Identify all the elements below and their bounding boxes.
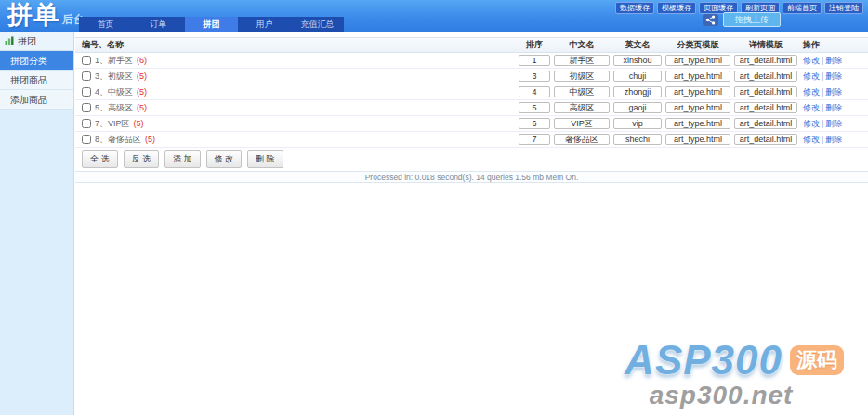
row-checkbox[interactable] [82, 87, 91, 97]
detail-template-input[interactable] [734, 55, 797, 66]
sidebar-item-add-goods[interactable]: 添加商品 [0, 90, 73, 110]
header-operations: 操作 [801, 39, 868, 51]
delete-link[interactable]: 删除 [825, 56, 842, 65]
category-template-input[interactable] [665, 86, 730, 97]
detail-template-input[interactable] [734, 102, 797, 113]
detail-template-input[interactable] [734, 134, 797, 145]
detail-template-input[interactable] [734, 71, 797, 82]
sidebar-item-group-category[interactable]: 拼团分类 [0, 51, 73, 71]
table-row: 7、VIP区 (5) 修改|删除 [75, 116, 868, 132]
en-name-input[interactable] [613, 86, 662, 97]
header-category-template: 分类页模版 [665, 39, 730, 51]
tab-home[interactable]: 首页 [79, 17, 132, 32]
category-template-input[interactable] [665, 118, 730, 129]
op-separator: | [822, 103, 823, 112]
op-separator: | [822, 71, 823, 81]
row-count: (6) [137, 56, 147, 65]
edit-link[interactable]: 修改 [803, 135, 820, 144]
row-checkbox[interactable] [82, 103, 91, 112]
en-name-input[interactable] [613, 118, 662, 129]
main-nav: 首页 订单 拼团 用户 充值汇总 [79, 17, 344, 32]
op-separator: | [822, 119, 823, 128]
detail-template-input[interactable] [734, 86, 797, 97]
row-label: 8、奢侈品区 [95, 134, 141, 146]
add-button[interactable]: 添 加 [164, 150, 201, 168]
delete-link[interactable]: 删除 [825, 119, 842, 128]
cn-name-input[interactable] [554, 86, 610, 97]
drag-upload-button[interactable]: 拖拽上传 [723, 12, 781, 27]
logo-title: 拼单 [7, 1, 59, 29]
frontend-home-button[interactable]: 前端首页 [783, 2, 822, 14]
category-template-input[interactable] [665, 71, 730, 82]
app-logo: 拼单 后台 [7, 1, 85, 29]
row-checkbox[interactable] [82, 135, 91, 144]
select-all-button[interactable]: 全 选 [82, 150, 118, 168]
tab-users[interactable]: 用户 [238, 17, 291, 32]
category-template-input[interactable] [665, 55, 730, 66]
template-cache-button[interactable]: 模板缓存 [657, 2, 696, 14]
table-header-row: 编号、名称 排序 中文名 英文名 分类页模版 详情模版 操作 [75, 37, 868, 53]
category-table: 编号、名称 排序 中文名 英文名 分类页模版 详情模版 操作 1、新手区 (6) [75, 37, 868, 183]
table-row: 3、初级区 (5) 修改|删除 [75, 69, 868, 84]
sort-input[interactable] [519, 102, 550, 113]
row-label: 5、高级区 [95, 102, 133, 114]
edit-link[interactable]: 修改 [803, 71, 820, 81]
delete-button[interactable]: 删 除 [247, 150, 283, 168]
table-row: 8、奢侈品区 (5) 修改|删除 [75, 132, 868, 148]
en-name-input[interactable] [613, 71, 662, 82]
delete-link[interactable]: 删除 [825, 135, 842, 144]
en-name-input[interactable] [613, 102, 662, 113]
sort-input[interactable] [519, 71, 550, 82]
tab-group[interactable]: 拼团 [185, 17, 238, 32]
delete-link[interactable]: 删除 [825, 71, 842, 81]
en-name-input[interactable] [613, 55, 662, 66]
sidebar-group-header: 拼团 [0, 32, 73, 51]
header-cn-name: 中文名 [554, 39, 610, 51]
row-count: (5) [134, 119, 144, 128]
sort-input[interactable] [519, 86, 550, 97]
sidebar: 拼团 拼团分类 拼团商品 添加商品 [0, 32, 74, 415]
cn-name-input[interactable] [554, 55, 610, 66]
table-row: 5、高级区 (5) 修改|删除 [75, 100, 868, 116]
cn-name-input[interactable] [554, 71, 610, 82]
status-bar: Processed in: 0.018 second(s). 14 querie… [75, 171, 868, 183]
category-template-input[interactable] [665, 134, 730, 145]
logout-button[interactable]: 注销登陆 [824, 2, 863, 14]
group-chart-icon [5, 36, 14, 47]
row-checkbox[interactable] [82, 119, 91, 128]
row-count: (5) [137, 103, 147, 112]
header-bar: 拼单 后台 数据缓存 模板缓存 页面缓存 刷新页面 前端首页 注销登陆 拖拽上传 [0, 0, 868, 32]
header-detail-template: 详情模版 [734, 39, 797, 51]
delete-link[interactable]: 删除 [825, 87, 842, 97]
tab-recharge-summary[interactable]: 充值汇总 [291, 17, 344, 32]
edit-link[interactable]: 修改 [803, 103, 820, 112]
row-count: (5) [137, 87, 147, 97]
cn-name-input[interactable] [554, 102, 610, 113]
header-en-name: 英文名 [613, 39, 662, 51]
edit-link[interactable]: 修改 [803, 56, 820, 65]
main-content: 编号、名称 排序 中文名 英文名 分类页模版 详情模版 操作 1、新手区 (6) [75, 32, 868, 415]
edit-link[interactable]: 修改 [803, 87, 820, 97]
en-name-input[interactable] [613, 134, 662, 145]
invert-select-button[interactable]: 反 选 [124, 150, 160, 168]
share-icon [703, 14, 718, 26]
op-separator: | [822, 135, 823, 144]
edit-link[interactable]: 修改 [803, 119, 820, 128]
sort-input[interactable] [519, 118, 550, 129]
row-count: (5) [137, 71, 147, 81]
cn-name-input[interactable] [554, 118, 610, 129]
row-checkbox[interactable] [82, 56, 91, 65]
sort-input[interactable] [519, 134, 550, 145]
row-label: 3、初级区 [95, 71, 133, 83]
sidebar-item-group-goods[interactable]: 拼团商品 [0, 71, 73, 90]
delete-link[interactable]: 删除 [825, 103, 842, 112]
detail-template-input[interactable] [734, 118, 797, 129]
category-template-input[interactable] [665, 102, 730, 113]
edit-button[interactable]: 修 改 [206, 150, 243, 168]
op-separator: | [822, 87, 823, 97]
sort-input[interactable] [519, 55, 550, 66]
cn-name-input[interactable] [554, 134, 610, 145]
data-cache-button[interactable]: 数据缓存 [615, 2, 654, 14]
row-checkbox[interactable] [82, 71, 91, 81]
tab-orders[interactable]: 订单 [132, 17, 185, 32]
